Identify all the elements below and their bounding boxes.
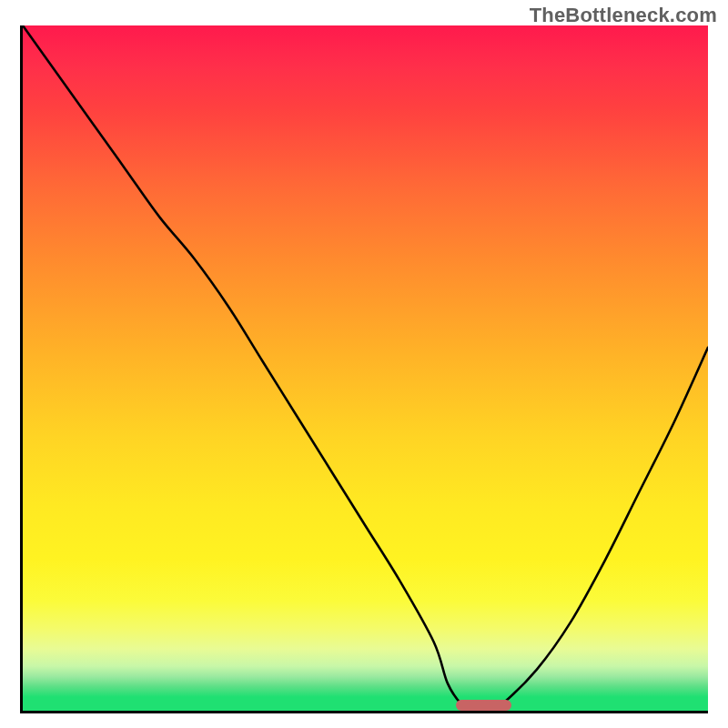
watermark-text: TheBottleneck.com: [530, 4, 717, 27]
bottleneck-chart: TheBottleneck.com: [0, 0, 728, 728]
curve-path: [23, 25, 708, 711]
bottleneck-curve: [23, 25, 708, 711]
optimal-range-marker: [456, 700, 511, 711]
plot-area: [20, 25, 708, 713]
